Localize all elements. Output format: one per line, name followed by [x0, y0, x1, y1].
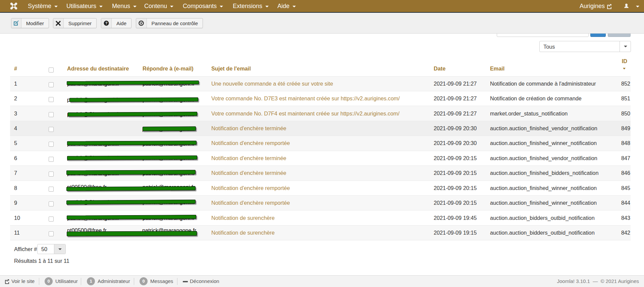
svg-text:?: ?	[105, 21, 108, 25]
